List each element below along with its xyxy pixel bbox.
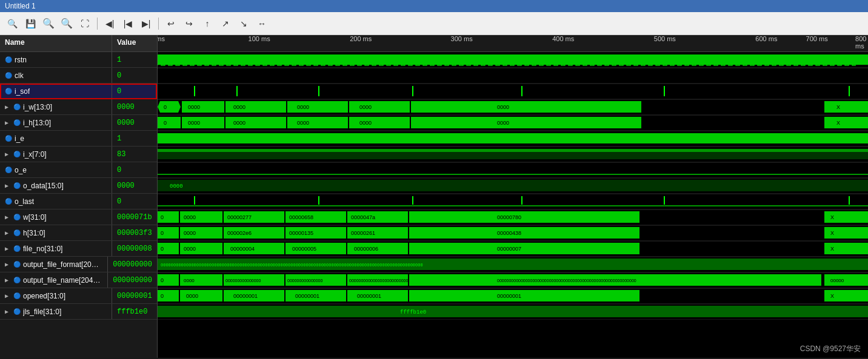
- fit-button[interactable]: ⛶: [78, 16, 92, 31]
- search-button[interactable]: 🔍: [5, 16, 19, 31]
- btn-up[interactable]: ↑: [200, 16, 215, 31]
- signal-row-i-w[interactable]: ▶ 🔵 i_w[13:0] 0000: [0, 99, 157, 115]
- svg-rect-18: [349, 101, 410, 113]
- expand-w[interactable]: ▶: [5, 214, 11, 221]
- signal-name-i-x: ▶ 🔵 i_x[7:0]: [0, 147, 112, 162]
- wire-icon-i-sof: 🔵: [5, 88, 12, 95]
- svg-text:00000261: 00000261: [351, 230, 375, 236]
- svg-text:0: 0: [161, 214, 164, 220]
- signal-row-rstn[interactable]: 🔵 rstn 1: [0, 52, 157, 68]
- btn-arrow-left[interactable]: ↩: [164, 16, 178, 31]
- wire-icon-i-e: 🔵: [5, 135, 12, 142]
- wave-i-x-dark: [158, 149, 868, 159]
- wave-i-w: 0 0000 0000 0000 0000 0000 X: [158, 101, 868, 113]
- signal-value-i-w: 0000: [112, 99, 139, 114]
- svg-rect-10: [158, 101, 181, 113]
- expand-i-x[interactable]: ▶: [5, 151, 11, 158]
- svg-text:0: 0: [161, 246, 164, 252]
- tick-400ms: 400 ms: [552, 35, 574, 42]
- signal-name-i-sof: 🔵 i_sof: [0, 84, 112, 99]
- svg-text:00000005: 00000005: [292, 246, 316, 252]
- value-column-header: Value: [112, 35, 141, 51]
- btn-diag1[interactable]: ↗: [218, 16, 233, 31]
- signal-label-h: h[31:0]: [23, 229, 45, 237]
- signal-row-i-e[interactable]: 🔵 i_e 1: [0, 131, 157, 147]
- wave-output-file-format: 0000000000000000000000000000000000000000…: [158, 259, 868, 270]
- signal-row-i-h[interactable]: ▶ 🔵 i_h[13:0] 0000: [0, 115, 157, 131]
- expand-o-data[interactable]: ▶: [5, 182, 11, 189]
- signal-row-clk[interactable]: 🔵 clk 0: [0, 68, 157, 84]
- last-button[interactable]: ▶|: [139, 16, 153, 31]
- signal-row-o-data[interactable]: ▶ 🔵 o_data[15:0] 0000: [0, 178, 157, 194]
- expand-opened[interactable]: ▶: [5, 292, 11, 300]
- expand-output-file-name[interactable]: ▶: [5, 277, 11, 284]
- watermark: CSDN @9527华安: [800, 344, 861, 354]
- svg-rect-3: [236, 86, 238, 96]
- signal-value-o-data: 0000: [112, 178, 139, 193]
- svg-text:0000: 0000: [297, 120, 309, 126]
- signal-header: Name Value: [0, 35, 157, 52]
- signal-row-o-last[interactable]: 🔵 o_last 0: [0, 194, 157, 209]
- signal-row-i-sof[interactable]: 🔵 i_sof 0: [0, 84, 157, 99]
- expand-output-file-format[interactable]: ▶: [5, 261, 11, 268]
- signal-value-output-file-format: 000000000: [108, 257, 157, 272]
- signal-row-w[interactable]: ▶ 🔵 w[31:0] 0000071b: [0, 209, 157, 225]
- signal-label-i-h: i_h[13:0]: [23, 119, 51, 127]
- signal-value-o-e: 0: [112, 162, 126, 177]
- wave-i-h: 0 0000 0000 0000 0000 0000 X: [158, 117, 868, 128]
- signal-row-o-e[interactable]: 🔵 o_e 0: [0, 162, 157, 178]
- svg-rect-31: [287, 117, 348, 128]
- svg-text:00000780: 00000780: [497, 214, 521, 220]
- signal-row-output-file-name[interactable]: ▶ 🔵 output_file_name[2048:1 000000000: [0, 272, 157, 288]
- signal-value-output-file-name: 000000000: [108, 272, 157, 288]
- svg-text:00000: 00000: [830, 278, 844, 283]
- signal-value-w: 0000071b: [112, 209, 157, 225]
- signal-label-jls-file: jls_file[31:0]: [23, 308, 61, 316]
- first-button[interactable]: |◀: [121, 16, 135, 31]
- expand-i-h[interactable]: ▶: [5, 119, 11, 127]
- prev-edge-button[interactable]: ◀|: [102, 16, 117, 31]
- wire-icon-clk: 🔵: [5, 72, 12, 79]
- btn-horiz[interactable]: ↔: [255, 16, 269, 31]
- svg-rect-52: [664, 196, 665, 205]
- signal-row-i-x[interactable]: ▶ 🔵 i_x[7:0] 83: [0, 147, 157, 162]
- expand-h[interactable]: ▶: [5, 229, 11, 237]
- zoom-in-button[interactable]: 🔍: [59, 16, 74, 31]
- svg-rect-33: [349, 117, 410, 128]
- expand-file-no[interactable]: ▶: [5, 245, 11, 252]
- svg-rect-25: [158, 117, 181, 128]
- btn-diag2[interactable]: ↘: [236, 16, 251, 31]
- svg-rect-20: [411, 101, 641, 113]
- svg-text:00000006: 00000006: [354, 246, 378, 252]
- svg-text:000002e6: 000002e6: [227, 230, 252, 236]
- signal-label-o-last: o_last: [15, 197, 34, 206]
- bus-icon-jls-file: 🔵: [13, 308, 21, 315]
- signal-row-file-no[interactable]: ▶ 🔵 file_no[31:0] 00000008: [0, 241, 157, 257]
- svg-text:X: X: [836, 120, 840, 126]
- timeline-header: 0 ms 100 ms 200 ms 300 ms 400 ms 500 ms …: [158, 35, 868, 52]
- signal-row-opened[interactable]: ▶ 🔵 opened[31:0] 00000001: [0, 288, 157, 304]
- signal-name-clk: 🔵 clk: [0, 68, 112, 83]
- save-button[interactable]: 💾: [23, 16, 38, 31]
- svg-text:000000000000000000000000000000: 0000000000000000000000000000000000000000…: [497, 278, 636, 283]
- svg-rect-51: [521, 196, 522, 205]
- signal-row-output-file-format[interactable]: ▶ 🔵 output_file_format[2048:1 000000000: [0, 257, 157, 272]
- main-area: Name Value 🔵 rstn 1 🔵 clk 0 🔵 i_sof: [0, 35, 868, 358]
- expand-i-w[interactable]: ▶: [5, 104, 11, 111]
- signal-name-o-data: ▶ 🔵 o_data[15:0]: [0, 178, 112, 193]
- signal-row-jls-file[interactable]: ▶ 🔵 jls_file[31:0] fffb1e0: [0, 304, 157, 320]
- wave-i-sof: [194, 86, 850, 96]
- wave-opened: 0 0000 00000001 00000001 00000001 000000…: [158, 290, 868, 301]
- signal-name-i-h: ▶ 🔵 i_h[13:0]: [0, 115, 112, 130]
- wave-file-no: 0 0000 00000004 00000005 00000006 000000…: [158, 243, 868, 254]
- btn-arrow-right[interactable]: ↪: [182, 16, 196, 31]
- svg-rect-133: [158, 306, 868, 317]
- zoom-out-button[interactable]: 🔍: [41, 16, 56, 31]
- svg-text:00000438: 00000438: [497, 230, 521, 236]
- signal-row-h[interactable]: ▶ 🔵 h[31:0] 000003f3: [0, 225, 157, 241]
- wave-h: 0 0000 000002e6 00000135 00000261 000004…: [158, 227, 868, 239]
- expand-jls-file[interactable]: ▶: [5, 308, 11, 315]
- name-column-header: Name: [0, 35, 112, 51]
- svg-rect-6: [521, 86, 522, 96]
- waveform-panel[interactable]: 0 ms 100 ms 200 ms 300 ms 400 ms 500 ms …: [158, 35, 868, 358]
